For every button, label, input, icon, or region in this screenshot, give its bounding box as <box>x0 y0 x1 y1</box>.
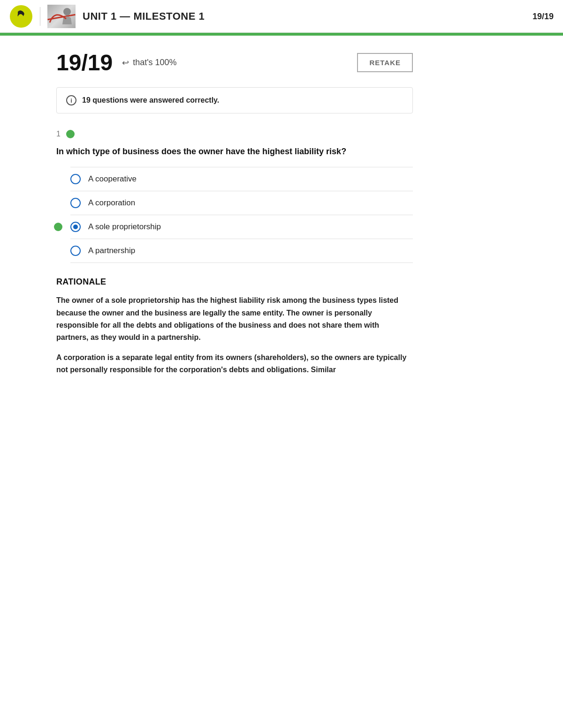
question-section: 1 In which type of business does the own… <box>56 130 413 263</box>
score-big: 19/19 <box>56 50 113 75</box>
info-box-text: 19 questions were answered correctly. <box>82 96 219 105</box>
correct-dot-3 <box>54 223 62 231</box>
unit-thumbnail <box>47 5 76 28</box>
header-title: UNIT 1 — MILESTONE 1 <box>83 10 554 23</box>
header: UNIT 1 — MILESTONE 1 19/19 <box>0 0 563 33</box>
answer-option-4[interactable]: A partnership <box>70 239 413 263</box>
info-icon: i <box>66 95 76 105</box>
app-logo <box>9 5 33 28</box>
answer-option-3[interactable]: A sole proprietorship <box>70 215 413 239</box>
answer-option-2[interactable]: A corporation <box>70 191 413 215</box>
option-text-3: A sole proprietorship <box>88 222 161 232</box>
answer-options: A cooperative A corporation A sole propr… <box>70 167 413 263</box>
retake-button[interactable]: RETAKE <box>357 53 413 72</box>
radio-button-3[interactable] <box>70 222 81 232</box>
rationale-title: RATIONALE <box>56 277 413 287</box>
option-text-2: A corporation <box>88 198 135 208</box>
arrow-icon: ↩ <box>122 58 129 68</box>
answer-option-1[interactable]: A cooperative <box>70 167 413 191</box>
radio-button-1[interactable] <box>70 174 81 184</box>
rationale-paragraph-1: The owner of a sole proprietorship has t… <box>56 294 413 344</box>
info-box: i 19 questions were answered correctly. <box>56 87 413 113</box>
main-content: 19/19 ↩ that's 100% RETAKE i 19 question… <box>0 36 469 398</box>
radio-button-2[interactable] <box>70 198 81 208</box>
option-text-4: A partnership <box>88 246 135 255</box>
score-tagline: ↩ that's 100% <box>122 58 177 68</box>
rationale-section: RATIONALE The owner of a sole proprietor… <box>56 277 413 376</box>
radio-button-4[interactable] <box>70 246 81 256</box>
question-number: 1 <box>56 130 61 138</box>
question-text: In which type of business does the owner… <box>56 146 413 158</box>
score-section: 19/19 ↩ that's 100% RETAKE <box>56 50 413 75</box>
radio-inner-3 <box>73 225 78 229</box>
question-correct-indicator <box>66 130 75 138</box>
header-score-display: 19/19 <box>533 11 554 21</box>
rationale-paragraph-2: A corporation is a separate legal entity… <box>56 352 413 376</box>
tagline-text: that's 100% <box>133 58 177 68</box>
svg-point-1 <box>63 8 71 15</box>
header-divider <box>40 7 40 26</box>
option-text-1: A cooperative <box>88 174 137 184</box>
question-header: 1 <box>56 130 413 138</box>
